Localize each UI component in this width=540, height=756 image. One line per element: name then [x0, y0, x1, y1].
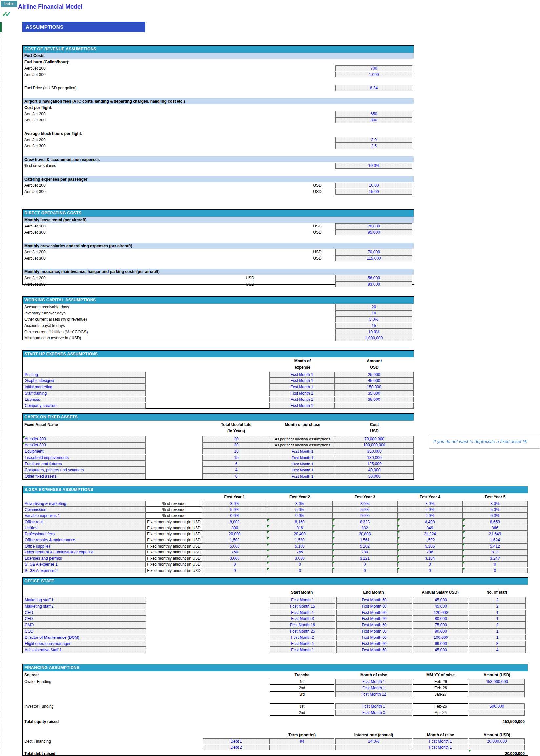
staff-count-input-cell[interactable]: 2 — [469, 603, 526, 609]
year3-value-input-cell[interactable]: 0 — [332, 568, 397, 573]
year5-value-input-cell[interactable]: 3,247 — [463, 555, 528, 561]
staff-count-input-cell[interactable]: 1 — [469, 610, 526, 616]
staff-role-input-cell[interactable]: COO — [23, 628, 146, 634]
year4-value-input-cell[interactable]: 0 — [397, 561, 462, 567]
amount-input-cell[interactable]: 25,000 — [334, 372, 414, 378]
month-of-raise-input-cell[interactable]: Fcst Month 3 — [335, 710, 412, 716]
expense-name-input-cell[interactable]: Licenses — [23, 397, 146, 402]
year2-value-input-cell[interactable]: 8,160 — [267, 519, 332, 525]
year4-value-input-cell[interactable]: 21,224 — [397, 531, 462, 537]
year3-value-input-cell[interactable]: 0 — [332, 561, 397, 567]
staff-count-input-cell[interactable]: 3 — [469, 641, 526, 647]
start-month-input-cell[interactable]: Fcst Month 16 — [270, 622, 335, 628]
year4-value-input-cell[interactable]: 3.0% — [397, 500, 462, 506]
expense-name-input-cell[interactable]: Office supplies — [23, 543, 146, 549]
amount-input-cell[interactable]: 500,000 — [469, 703, 525, 709]
value-input-cell[interactable]: 15.00 — [335, 189, 412, 195]
year1-value-input-cell[interactable]: 800 — [202, 525, 267, 531]
month-of-expense-input-cell[interactable]: Fcst Month 1 — [269, 384, 334, 390]
year5-value-input-cell[interactable]: 8,659 — [463, 519, 528, 525]
year4-value-input-cell[interactable]: 0 — [397, 568, 462, 573]
start-month-input-cell[interactable]: Fcst Month 25 — [270, 628, 335, 634]
expense-name-input-cell[interactable]: Office rent — [23, 519, 146, 525]
month-of-raise-input-cell[interactable]: Fcst Month 1 — [335, 685, 412, 691]
staff-count-input-cell[interactable]: 4 — [469, 647, 526, 653]
useful-life-input-cell[interactable]: 20 — [202, 436, 270, 442]
expense-name-input-cell[interactable]: Initial marketing — [23, 384, 146, 390]
value-input-cell[interactable]: 10.0% — [335, 329, 412, 335]
year3-value-input-cell[interactable]: 5,202 — [332, 543, 397, 549]
year4-value-input-cell[interactable]: 5,306 — [397, 543, 462, 549]
month-of-purchase-cell[interactable]: Fcst Month 1 — [270, 455, 335, 461]
year5-value-input-cell[interactable]: 0 — [463, 561, 528, 567]
staff-role-input-cell[interactable]: Flight operations manager — [23, 641, 146, 647]
year2-value-input-cell[interactable]: 0 — [267, 561, 332, 567]
year3-value-input-cell[interactable]: 780 — [332, 549, 397, 555]
year3-value-input-cell[interactable]: 832 — [332, 525, 397, 531]
cost-input-cell[interactable]: 100,000,000 — [335, 442, 414, 448]
year5-value-input-cell[interactable]: 21,649 — [463, 531, 528, 537]
useful-life-input-cell[interactable]: 20 — [202, 442, 270, 448]
year1-value-input-cell[interactable]: 0.0% — [202, 513, 267, 519]
year1-value-input-cell[interactable]: 0 — [202, 568, 267, 573]
expense-name-input-cell[interactable]: Office repairs & maintenance — [23, 537, 146, 543]
amount-input-cell[interactable] — [334, 403, 414, 409]
expense-name-input-cell[interactable]: Licenses and permits — [23, 555, 146, 561]
year3-value-input-cell[interactable]: 0.0% — [332, 513, 397, 519]
year3-value-input-cell[interactable]: 3.0% — [332, 500, 397, 506]
staff-role-input-cell[interactable]: Marketing staff 1 — [23, 597, 146, 603]
expense-name-input-cell[interactable]: Variable expenses 1 — [23, 513, 146, 519]
useful-life-input-cell[interactable]: 15 — [202, 455, 270, 461]
asset-name-input-cell[interactable]: Equipment — [23, 449, 146, 454]
value-input-cell[interactable]: 10 — [335, 310, 412, 316]
value-input-cell[interactable]: 5.0% — [335, 316, 412, 322]
expense-name-input-cell[interactable]: Staff training — [23, 390, 146, 396]
start-month-input-cell[interactable]: Fcst Month 1 — [270, 597, 335, 603]
value-input-cell[interactable]: 83,000 — [335, 281, 412, 287]
term-months-input-cell[interactable] — [270, 744, 334, 750]
amount-input-cell[interactable]: 35,000 — [334, 397, 414, 402]
year3-value-input-cell[interactable]: 1,561 — [332, 537, 397, 543]
start-month-input-cell[interactable]: Fcst Month 1 — [270, 647, 335, 653]
year4-value-input-cell[interactable]: 1,592 — [397, 537, 462, 543]
end-month-input-cell[interactable]: Fcst Month 60 — [336, 597, 412, 603]
interest-rate-input-cell[interactable]: 14.0% — [335, 738, 412, 744]
amount-input-cell[interactable]: 150,000 — [334, 384, 414, 390]
start-month-input-cell[interactable]: Fcst Month 15 — [270, 603, 335, 609]
annual-salary-input-cell[interactable]: 66,000 — [413, 641, 469, 647]
year5-value-input-cell[interactable]: 3.0% — [463, 500, 528, 506]
staff-role-input-cell[interactable]: CMO — [23, 622, 146, 628]
value-input-cell[interactable]: 1,000 — [335, 72, 412, 78]
index-button[interactable]: Index — [1, 1, 17, 7]
asset-name-input-cell[interactable]: Leasehold improvements — [23, 455, 146, 461]
month-of-purchase-cell[interactable]: Fcst Month 1 — [270, 473, 335, 479]
annual-salary-input-cell[interactable]: 90,000 — [413, 628, 469, 634]
year4-value-input-cell[interactable]: 849 — [397, 525, 462, 531]
month-of-expense-input-cell[interactable]: Fcst Month 1 — [269, 390, 334, 396]
useful-life-input-cell[interactable]: 6 — [202, 461, 270, 467]
asset-name-input-cell[interactable]: AeroJet 300 — [23, 442, 146, 448]
year2-value-input-cell[interactable]: 0.0% — [267, 513, 332, 519]
value-input-cell[interactable]: 15 — [335, 323, 412, 329]
staff-role-input-cell[interactable]: Marketing staff 2 — [23, 603, 146, 609]
month-of-expense-input-cell[interactable]: Fcst Month 1 — [269, 403, 334, 409]
term-months-input-cell[interactable]: 84 — [270, 738, 334, 744]
year1-value-input-cell[interactable]: 3.0% — [202, 500, 267, 506]
expense-name-input-cell[interactable]: Company creation — [23, 403, 146, 409]
year2-value-input-cell[interactable]: 3,060 — [267, 555, 332, 561]
month-of-expense-input-cell[interactable]: Fcst Month 1 — [269, 378, 334, 384]
year4-value-input-cell[interactable]: 5.0% — [397, 507, 462, 513]
start-month-input-cell[interactable]: Fcst Month 2 — [270, 635, 335, 641]
value-input-cell[interactable]: 95,000 — [335, 230, 412, 235]
staff-count-input-cell[interactable]: 1 — [469, 628, 526, 634]
end-month-input-cell[interactable]: Fcst Month 60 — [336, 603, 412, 609]
staff-count-input-cell[interactable]: 1 — [469, 616, 526, 622]
cost-input-cell[interactable]: 125,000 — [335, 461, 414, 467]
month-of-raise-input-cell[interactable]: Fcst Month 1 — [413, 738, 468, 744]
value-input-cell[interactable]: 2.5 — [335, 143, 412, 149]
expense-name-input-cell[interactable]: Commission — [23, 507, 146, 513]
start-month-input-cell[interactable]: Fcst Month 3 — [270, 616, 335, 622]
staff-role-input-cell[interactable]: CEO — [23, 610, 146, 616]
month-of-raise-input-cell[interactable]: Fcst Month 12 — [335, 691, 412, 697]
year2-value-input-cell[interactable]: 765 — [267, 549, 332, 555]
